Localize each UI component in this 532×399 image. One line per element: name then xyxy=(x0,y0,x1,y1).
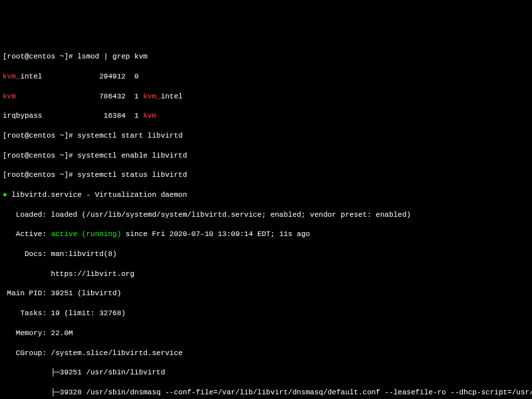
status-active: Active: active (running) since Fri 2020-… xyxy=(3,229,529,239)
command-line: [root@centos ~]# lsmod | grep kvm xyxy=(3,52,529,62)
lsmod-row: kvm 786432 1 kvm_intel xyxy=(3,92,529,102)
lsmod-row: irqbypass 16384 1 kvm xyxy=(3,111,529,121)
status-docs: Docs: man:libvirtd(8) xyxy=(3,249,529,259)
command-line: [root@centos ~]# systemctl status libvir… xyxy=(3,170,529,180)
lsmod-row: kvm_intel 294912 0 xyxy=(3,72,529,82)
status-tasks: Tasks: 19 (limit: 32768) xyxy=(3,309,529,319)
cgroup-process: ├─39328 /usr/sbin/dnsmasq --conf-file=/v… xyxy=(3,388,529,398)
command-line: [root@centos ~]# systemctl enable libvir… xyxy=(3,151,529,161)
status-cgroup: CGroup: /system.slice/libvirtd.service xyxy=(3,348,529,358)
status-memory: Memory: 22.0M xyxy=(3,329,529,338)
command-line: [root@centos ~]# systemctl start libvirt… xyxy=(3,131,529,141)
status-loaded: Loaded: loaded (/usr/lib/systemd/system/… xyxy=(3,210,529,220)
terminal-output[interactable]: [root@centos ~]# lsmod | grep kvm kvm_in… xyxy=(3,42,529,399)
cgroup-process: ├─39251 /usr/sbin/libvirtd xyxy=(3,368,529,378)
status-header: ● libvirtd.service - Virtualization daem… xyxy=(3,190,529,200)
status-docs: https://libvirt.org xyxy=(3,269,529,279)
status-mainpid: Main PID: 39251 (libvirtd) xyxy=(3,289,529,299)
